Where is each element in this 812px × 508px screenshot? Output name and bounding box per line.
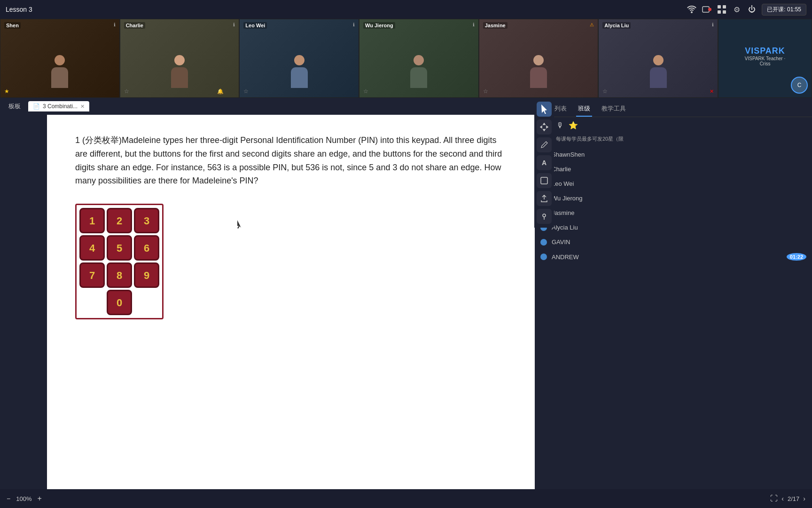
person-jasmine bbox=[529, 55, 548, 88]
pin-tool[interactable] bbox=[537, 209, 552, 224]
text-tool[interactable]: A bbox=[537, 155, 552, 170]
video-tile-vispark[interactable]: VISPARK VISPARK Teacher · Criss C bbox=[718, 19, 812, 98]
video-tile-shawn[interactable]: Shen ℹ ★ bbox=[0, 19, 120, 98]
upload-tool[interactable] bbox=[537, 191, 552, 206]
grid-icon[interactable] bbox=[717, 4, 727, 15]
tile-name-shen: Shen bbox=[4, 22, 21, 29]
name-jasmine: Jasmine bbox=[552, 209, 806, 216]
lesson-title: Lesson 3 bbox=[6, 6, 32, 13]
next-page-button[interactable]: › bbox=[803, 495, 805, 502]
mic-icon[interactable]: 🎙 bbox=[556, 121, 564, 130]
star-leowei: ☆ bbox=[243, 88, 249, 95]
keypad-zero-row: 0 bbox=[79, 290, 159, 315]
prev-page-button[interactable]: ‹ bbox=[781, 495, 784, 502]
tile-name-alycia: Alycia Liu bbox=[602, 22, 631, 29]
tile-name-jasmine: Jasmine bbox=[483, 22, 508, 29]
key-2[interactable]: 2 bbox=[107, 208, 132, 233]
video-tile-jasmine[interactable]: Jasmine ⚠ ☆ bbox=[479, 19, 599, 98]
svg-rect-4 bbox=[718, 10, 721, 14]
tab-teaching-tools[interactable]: 教学工具 bbox=[600, 102, 628, 117]
doc-close-icon[interactable]: ✕ bbox=[80, 103, 85, 110]
key-4[interactable]: 4 bbox=[79, 235, 105, 261]
shape-tool[interactable] bbox=[537, 173, 552, 188]
zoom-percent: 100% bbox=[16, 495, 31, 502]
right-controls: 全体 🎙 ⭐ bbox=[535, 117, 812, 134]
student-row-charlie: Charlie bbox=[540, 163, 806, 175]
key-6[interactable]: 6 bbox=[134, 235, 159, 261]
badge-alycia: ✕ bbox=[710, 88, 714, 95]
minus-icon[interactable]: − bbox=[7, 495, 10, 502]
name-shawnshen: ShawnShen bbox=[552, 151, 806, 158]
person-leowei bbox=[290, 55, 309, 88]
key-7[interactable]: 7 bbox=[79, 262, 105, 288]
name-andrew: ANDREW bbox=[552, 254, 782, 261]
tile-info-alycia: ℹ bbox=[712, 22, 714, 27]
student-row-wujierong: Wu Jierong bbox=[540, 192, 806, 205]
record-icon[interactable] bbox=[702, 4, 712, 15]
wifi-icon[interactable] bbox=[687, 4, 697, 15]
keypad: 1 2 3 4 5 6 7 8 9 0 bbox=[75, 204, 164, 319]
video-tile-charlie[interactable]: Charlie ℹ ☆ 🔔 bbox=[120, 19, 240, 98]
vispark-sub: VISPARK Teacher · Criss bbox=[742, 56, 789, 66]
key-0[interactable]: 0 bbox=[107, 290, 132, 315]
right-hint: 提示：每课每学员最多可发20星（限 bbox=[535, 134, 812, 146]
student-row-shawnshen: ShawnShen bbox=[540, 148, 806, 161]
star-wujierong: ☆ bbox=[363, 88, 368, 95]
person-alycia bbox=[649, 55, 668, 88]
star-alycia: ☆ bbox=[602, 88, 608, 95]
svg-point-7 bbox=[543, 214, 546, 217]
tile-info-leowei: ℹ bbox=[353, 22, 355, 27]
titlebar: Lesson 3 ⚙ ⏻ 已开课: 01:55 bbox=[0, 0, 812, 19]
move-tool[interactable] bbox=[537, 119, 552, 135]
students-list: ShawnShen Charlie Leo Wei Wu Jierong Jas… bbox=[535, 146, 812, 489]
timer-andrew: 01:22 bbox=[787, 253, 806, 261]
doc-label: 3 Combinati... bbox=[43, 103, 78, 110]
timer-badge: 已开课: 01:55 bbox=[762, 4, 806, 16]
settings-icon[interactable]: ⚙ bbox=[732, 4, 742, 15]
bottombar: − 100% + ⛶ ‹ 2/17 › bbox=[0, 489, 812, 508]
star-icon[interactable]: ⭐ bbox=[569, 121, 578, 130]
svg-rect-3 bbox=[723, 5, 726, 8]
video-tile-wujierong[interactable]: Wu Jierong ℹ ☆ bbox=[359, 19, 479, 98]
person-wujierong bbox=[409, 55, 428, 88]
power-icon[interactable]: ⏻ bbox=[747, 4, 757, 15]
page-navigation: ⛶ ‹ 2/17 › bbox=[770, 494, 805, 503]
pen-tool[interactable] bbox=[537, 137, 552, 152]
slide-content: 1 (分类枚举)Madeleine types her three-digit … bbox=[47, 115, 535, 338]
video-tile-leowei[interactable]: Leo Wei ℹ ☆ bbox=[239, 19, 359, 98]
tile-name-charlie: Charlie bbox=[124, 22, 145, 29]
cursor-tool[interactable] bbox=[537, 102, 552, 117]
videostrip: Shen ℹ ★ Charlie ℹ ☆ 🔔 Leo Wei ℹ ☆ Wu Ji… bbox=[0, 19, 812, 98]
keypad-grid: 1 2 3 4 5 6 7 8 9 bbox=[79, 208, 159, 288]
star-shen: ★ bbox=[4, 88, 9, 95]
expand-icon[interactable]: ⛶ bbox=[770, 494, 778, 503]
vispark-logo: VISPARK bbox=[742, 46, 789, 56]
tile-info-wujierong: ℹ bbox=[473, 22, 475, 27]
key-1[interactable]: 1 bbox=[79, 208, 105, 233]
key-5[interactable]: 5 bbox=[107, 235, 132, 261]
tile-name-leowei: Leo Wei bbox=[243, 22, 267, 29]
name-charlie: Charlie bbox=[552, 166, 806, 173]
tab-class[interactable]: 班级 bbox=[576, 102, 592, 117]
student-row-andrew: ANDREW 01:22 bbox=[540, 250, 806, 263]
plus-icon[interactable]: + bbox=[37, 494, 41, 503]
star-jasmine: ☆ bbox=[483, 88, 488, 95]
tab-whiteboard[interactable]: 板板 bbox=[4, 100, 25, 112]
key-9[interactable]: 9 bbox=[134, 262, 159, 288]
svg-rect-5 bbox=[723, 10, 726, 14]
name-alycia: Alycia Liu bbox=[552, 224, 806, 231]
tab-document[interactable]: 📄 3 Combinati... ✕ bbox=[28, 101, 89, 111]
svg-rect-0 bbox=[703, 7, 709, 12]
toolbar-left: A bbox=[534, 98, 554, 228]
person-shen bbox=[50, 55, 69, 88]
tile-info-shen: ℹ bbox=[114, 22, 116, 27]
doc-icon: 📄 bbox=[33, 103, 40, 110]
student-row-leowei: Leo Wei bbox=[540, 177, 806, 190]
tile-name-wujierong: Wu Jierong bbox=[363, 22, 395, 29]
video-tile-alycia[interactable]: Alycia Liu ℹ ☆ ✕ bbox=[598, 19, 718, 98]
key-8[interactable]: 8 bbox=[107, 262, 132, 288]
key-3[interactable]: 3 bbox=[134, 208, 159, 233]
slide-question: 1 (分类枚举)Madeleine types her three-digit … bbox=[75, 134, 507, 188]
svg-rect-2 bbox=[718, 5, 721, 8]
dot-andrew bbox=[540, 254, 547, 260]
